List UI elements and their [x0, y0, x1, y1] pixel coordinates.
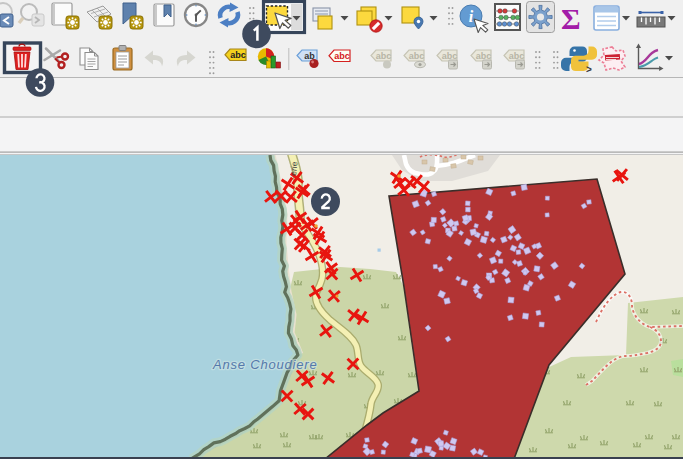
svg-text:erie: erie: [288, 161, 299, 176]
svg-text:Σ: Σ: [561, 2, 581, 35]
svg-text:>: >: [586, 64, 592, 75]
svg-text:abc: abc: [376, 51, 392, 61]
svg-text:Anse Choudiere: Anse Choudiere: [212, 357, 317, 372]
svg-text:abc: abc: [334, 51, 350, 61]
svg-text:abc: abc: [442, 51, 458, 61]
svg-text:i: i: [469, 8, 474, 25]
svg-text:abc: abc: [409, 51, 425, 61]
svg-text:abc: abc: [509, 51, 525, 61]
svg-text:abc: abc: [476, 51, 492, 61]
svg-text:abc: abc: [230, 50, 246, 60]
